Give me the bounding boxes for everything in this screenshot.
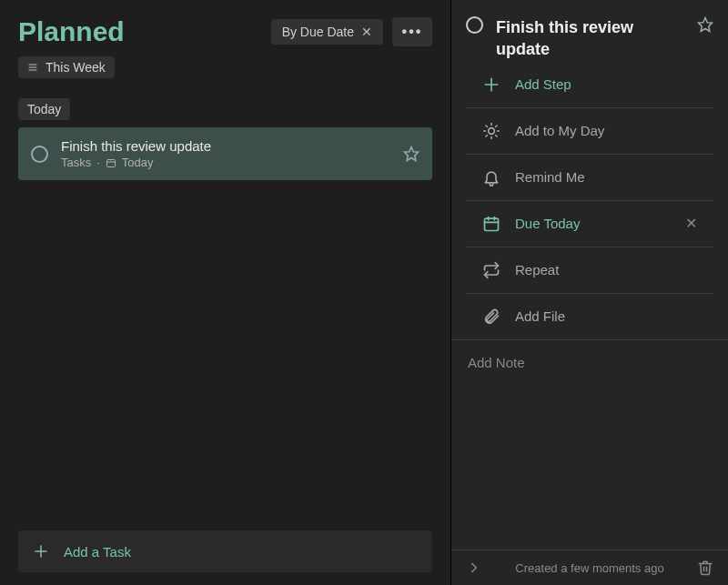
task-body: Finish this review update Tasks · Today bbox=[61, 138, 390, 169]
detail-footer: Created a few moments ago bbox=[451, 550, 728, 585]
add-file-label: Add File bbox=[515, 308, 697, 324]
plus-icon bbox=[482, 76, 500, 94]
sun-icon bbox=[482, 122, 500, 140]
task-title: Finish this review update bbox=[61, 138, 390, 154]
task-due-label: Today bbox=[122, 156, 154, 169]
created-timestamp: Created a few moments ago bbox=[493, 561, 686, 575]
clear-due-icon[interactable]: ✕ bbox=[685, 215, 697, 232]
add-task-input[interactable]: Add a Task bbox=[18, 530, 432, 572]
ellipsis-icon: ••• bbox=[402, 24, 423, 40]
svg-point-11 bbox=[489, 127, 495, 134]
repeat-icon bbox=[482, 261, 500, 279]
detail-title[interactable]: Finish this review update bbox=[496, 16, 684, 61]
add-step-label: Add Step bbox=[515, 76, 697, 92]
svg-marker-8 bbox=[699, 18, 713, 32]
page-title: Planned bbox=[18, 16, 262, 47]
repeat-label: Repeat bbox=[515, 262, 697, 277]
filter-pill[interactable]: This Week bbox=[18, 56, 115, 78]
more-button[interactable]: ••• bbox=[392, 17, 432, 46]
add-file-button[interactable]: Add File bbox=[466, 293, 713, 339]
svg-rect-3 bbox=[106, 159, 115, 166]
task-meta: Tasks · Today bbox=[61, 156, 390, 169]
complete-checkbox[interactable] bbox=[31, 146, 48, 163]
header: Planned By Due Date ✕ ••• bbox=[0, 16, 450, 47]
add-to-my-day-label: Add to My Day bbox=[515, 123, 697, 138]
add-to-my-day-button[interactable]: Add to My Day bbox=[466, 107, 713, 154]
remind-me-button[interactable]: Remind Me bbox=[466, 154, 713, 200]
clear-sort-icon[interactable]: ✕ bbox=[361, 25, 372, 39]
svg-line-14 bbox=[486, 126, 487, 126]
star-icon[interactable] bbox=[697, 16, 713, 33]
due-date-button[interactable]: Due Today ✕ bbox=[466, 200, 713, 247]
remind-me-label: Remind Me bbox=[515, 169, 697, 185]
calendar-icon bbox=[482, 215, 500, 233]
plus-icon bbox=[33, 543, 49, 560]
calendar-icon bbox=[106, 157, 116, 168]
task-row[interactable]: Finish this review update Tasks · Today bbox=[18, 127, 432, 180]
trash-icon[interactable] bbox=[697, 560, 713, 576]
list-icon bbox=[27, 62, 38, 73]
repeat-button[interactable]: Repeat bbox=[466, 247, 713, 293]
due-date-label: Due Today bbox=[515, 216, 671, 231]
filter-label: This Week bbox=[46, 60, 106, 75]
svg-marker-5 bbox=[405, 147, 419, 161]
detail-header: Finish this review update bbox=[451, 16, 728, 74]
svg-line-19 bbox=[496, 126, 497, 126]
bell-icon bbox=[482, 168, 500, 187]
add-task-placeholder: Add a Task bbox=[64, 544, 131, 560]
add-step-button[interactable]: Add Step bbox=[466, 70, 713, 107]
detail-panel: Finish this review update Add Step Add t… bbox=[450, 0, 728, 585]
detail-complete-checkbox[interactable] bbox=[466, 16, 483, 34]
collapse-panel-icon[interactable] bbox=[466, 560, 482, 576]
sort-label: By Due Date bbox=[282, 25, 354, 39]
paperclip-icon bbox=[482, 308, 500, 326]
meta-dot: · bbox=[96, 156, 100, 169]
star-icon[interactable] bbox=[403, 146, 420, 162]
note-placeholder: Add Note bbox=[468, 355, 525, 370]
task-list-name: Tasks bbox=[61, 156, 91, 169]
note-input[interactable]: Add Note bbox=[451, 339, 728, 550]
svg-rect-20 bbox=[485, 218, 499, 230]
svg-line-15 bbox=[496, 135, 497, 136]
main-panel: Planned By Due Date ✕ ••• This Week Toda… bbox=[0, 0, 450, 585]
svg-line-18 bbox=[486, 135, 487, 136]
group-label[interactable]: Today bbox=[18, 98, 70, 120]
sort-pill[interactable]: By Due Date ✕ bbox=[271, 19, 383, 45]
